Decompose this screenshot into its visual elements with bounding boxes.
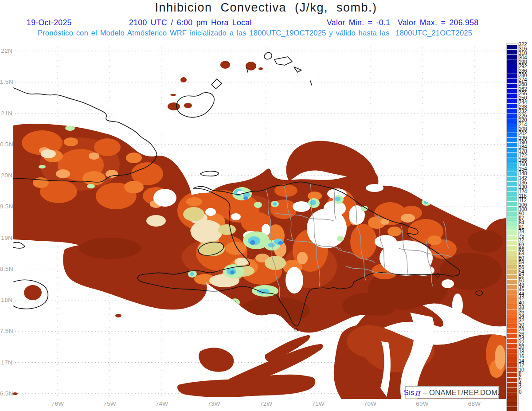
colorbar-cell bbox=[507, 324, 517, 329]
colorbar-cell bbox=[507, 240, 517, 245]
lat-tick-label: 8.5N bbox=[0, 266, 12, 272]
colorbar-cell bbox=[507, 137, 517, 142]
lat-tick-label: 21N bbox=[0, 110, 12, 117]
colorbar-cell bbox=[507, 201, 517, 206]
colorbar-cell bbox=[507, 402, 517, 407]
colorbar-cell bbox=[507, 333, 517, 338]
colorbar-cell bbox=[507, 226, 517, 231]
map-canvas bbox=[0, 0, 532, 411]
colorbar-cell bbox=[507, 274, 517, 279]
colorbar-cell bbox=[507, 319, 517, 324]
lon-tick-label: 74W bbox=[156, 400, 168, 407]
colorbar-cell bbox=[507, 142, 517, 147]
colorbar-cell bbox=[507, 245, 517, 250]
pi-symbol: π bbox=[415, 388, 420, 397]
colorbar-cell bbox=[507, 128, 517, 133]
colorbar-cell bbox=[507, 250, 517, 255]
forecast-time: 2100 UTC / 6:00 pm Hora Local bbox=[129, 18, 252, 27]
lon-tick-label: 68W bbox=[468, 400, 481, 407]
colorbar-cell bbox=[507, 172, 517, 176]
colorbar-cell bbox=[507, 133, 517, 137]
colorbar-cell bbox=[507, 231, 517, 235]
colorbar-cell bbox=[507, 152, 517, 157]
colorbar-cell bbox=[507, 206, 517, 211]
colorbar-cell bbox=[507, 260, 517, 265]
colorbar-cell bbox=[507, 353, 517, 358]
lat-tick-label: 22N bbox=[0, 47, 12, 54]
colorbar-cell bbox=[507, 265, 517, 270]
colorbar-cell bbox=[507, 74, 517, 78]
colorbar-cell bbox=[507, 368, 517, 372]
colorbar-cell bbox=[507, 294, 517, 299]
value-min-max: Valor Min. = -0.1 Valor Max. = 206.958 bbox=[327, 18, 478, 27]
colorbar-cell bbox=[507, 299, 517, 304]
lon-tick-label: 75W bbox=[103, 400, 116, 407]
lon-tick-label: 72W bbox=[260, 400, 273, 407]
forecast-date: 19-Oct-2025 bbox=[27, 18, 72, 27]
lat-tick-label: 7.5N bbox=[0, 328, 12, 334]
lon-tick-label: 73W bbox=[207, 400, 220, 407]
colorbar-cell bbox=[507, 221, 517, 226]
colorbar-cell bbox=[507, 304, 517, 309]
colorbar-cell bbox=[507, 176, 517, 181]
colorbar-cell bbox=[507, 338, 517, 343]
colorbar-cell bbox=[507, 255, 517, 260]
lat-tick-label: 0.5N bbox=[0, 141, 12, 148]
onamet-credit: – ONAMET/REP.DOM. bbox=[421, 388, 500, 397]
sispi-onamet-badge: Sis π – ONAMET/REP.DOM. bbox=[405, 386, 499, 399]
colorbar-cell bbox=[507, 88, 517, 93]
lon-tick-label: 71W bbox=[312, 400, 325, 407]
lon-tick-label: 69W bbox=[416, 400, 429, 407]
lon-tick-label: 76W bbox=[51, 400, 64, 407]
colorbar-cell bbox=[507, 167, 517, 172]
colorbar-cell bbox=[507, 157, 517, 162]
lon-tick-label: 70W bbox=[364, 400, 377, 407]
colorbar-cell bbox=[507, 181, 517, 186]
lat-tick-label: 1.5N bbox=[0, 78, 12, 85]
lat-tick-label: 18N bbox=[0, 297, 12, 303]
lat-tick-label: 6.5N bbox=[0, 390, 12, 397]
colorbar-cell bbox=[507, 216, 517, 221]
colorbar-cell bbox=[507, 54, 517, 59]
colorbar-tick-label: 0 bbox=[519, 389, 521, 395]
colorbar-cell bbox=[507, 358, 517, 363]
colorbar-cell bbox=[507, 279, 517, 284]
lat-tick-label: 20N bbox=[0, 172, 12, 179]
colorbar-cell bbox=[507, 45, 517, 49]
colorbar-cell bbox=[507, 103, 517, 108]
colorbar-cell bbox=[507, 186, 517, 191]
colorbar-cell bbox=[507, 348, 517, 353]
colorbar-cell bbox=[507, 343, 517, 348]
colorbar-cell bbox=[507, 93, 517, 98]
colorbar-cell bbox=[507, 284, 517, 289]
colorbar-cell bbox=[507, 363, 517, 368]
colorbar-cell bbox=[507, 392, 517, 397]
weather-map-page: { "title": "Inhibicion Convectiva (J/kg,… bbox=[0, 0, 532, 411]
colorbar bbox=[506, 43, 519, 411]
colorbar-cell bbox=[507, 108, 517, 113]
colorbar-cell bbox=[507, 397, 517, 402]
colorbar-cell bbox=[507, 98, 517, 103]
colorbar-cell bbox=[507, 372, 517, 377]
sispi-logo-text: Sis bbox=[404, 388, 415, 397]
colorbar-cell bbox=[507, 123, 517, 128]
colorbar-cell bbox=[507, 83, 517, 88]
colorbar-cell bbox=[507, 382, 517, 387]
colorbar-cell bbox=[507, 118, 517, 123]
colorbar-cell bbox=[507, 69, 517, 74]
colorbar-cell bbox=[507, 309, 517, 314]
colorbar-cell bbox=[507, 49, 517, 54]
lat-tick-label: 19N bbox=[0, 235, 12, 241]
colorbar-cell bbox=[507, 59, 517, 64]
colorbar-cell bbox=[507, 377, 517, 382]
page-title: Inhibicion Convectiva (J/kg, somb.) bbox=[0, 1, 532, 15]
colorbar-cell bbox=[507, 329, 517, 333]
colorbar-cell bbox=[507, 270, 517, 274]
lat-tick-label: 9.5N bbox=[0, 203, 12, 210]
colorbar-cell bbox=[507, 113, 517, 118]
colorbar-cell bbox=[507, 64, 517, 69]
colorbar-cell bbox=[507, 191, 517, 196]
colorbar-cell bbox=[507, 407, 517, 411]
colorbar-cell bbox=[507, 235, 517, 240]
colorbar-cell bbox=[507, 211, 517, 216]
